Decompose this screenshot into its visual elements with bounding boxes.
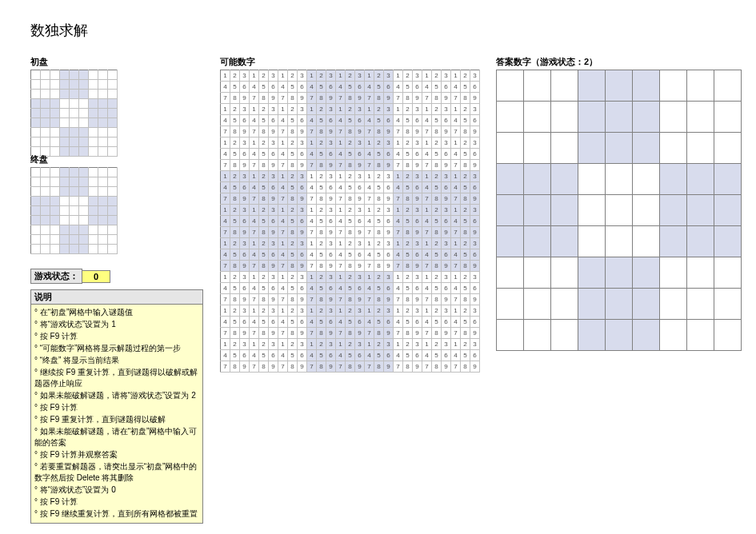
sudoku-cell[interactable] — [108, 99, 118, 109]
sudoku-cell — [41, 216, 50, 225]
sudoku-cell[interactable] — [50, 80, 60, 90]
sudoku-cell[interactable] — [108, 70, 118, 80]
sudoku-cell[interactable] — [70, 99, 79, 109]
candidate-cell: 8 — [230, 93, 240, 104]
sudoku-cell[interactable] — [70, 90, 79, 99]
sudoku-cell[interactable] — [79, 90, 89, 99]
sudoku-cell[interactable] — [108, 80, 118, 90]
candidate-cell: 8 — [317, 261, 326, 272]
sudoku-cell[interactable] — [98, 137, 108, 147]
candidate-cell: 2 — [259, 339, 269, 350]
sudoku-cell[interactable] — [31, 99, 41, 109]
candidate-cell: 1 — [250, 305, 259, 317]
sudoku-cell[interactable] — [60, 137, 70, 147]
candidate-cell: 2 — [374, 305, 384, 317]
sudoku-cell[interactable] — [79, 118, 89, 128]
sudoku-cell[interactable] — [98, 80, 108, 90]
sudoku-cell[interactable] — [79, 99, 89, 109]
sudoku-cell[interactable] — [89, 70, 98, 80]
sudoku-cell[interactable] — [50, 99, 60, 109]
sudoku-cell[interactable] — [50, 70, 60, 80]
candidate-cell: 8 — [403, 328, 413, 339]
sudoku-cell[interactable] — [98, 128, 108, 137]
sudoku-cell[interactable] — [108, 90, 118, 99]
sudoku-cell[interactable] — [60, 118, 70, 128]
candidate-cell: 4 — [307, 283, 317, 294]
sudoku-cell[interactable] — [98, 70, 108, 80]
sudoku-cell[interactable] — [31, 90, 41, 99]
sudoku-cell[interactable] — [98, 99, 108, 109]
candidate-cell: 6 — [413, 115, 422, 126]
sudoku-cell[interactable] — [79, 109, 89, 118]
sudoku-cell[interactable] — [50, 128, 60, 137]
sudoku-cell[interactable] — [41, 109, 50, 118]
sudoku-cell[interactable] — [89, 80, 98, 90]
sudoku-cell[interactable] — [41, 99, 50, 109]
candidate-cell: 7 — [278, 294, 288, 305]
sudoku-cell[interactable] — [108, 137, 118, 147]
sudoku-cell[interactable] — [108, 109, 118, 118]
sudoku-cell[interactable] — [70, 70, 79, 80]
sudoku-cell[interactable] — [60, 128, 70, 137]
sudoku-cell[interactable] — [70, 128, 79, 137]
game-status-value[interactable]: 0 — [82, 270, 110, 283]
sudoku-cell[interactable] — [41, 118, 50, 128]
sudoku-cell[interactable] — [70, 109, 79, 118]
sudoku-cell[interactable] — [98, 109, 108, 118]
sudoku-cell[interactable] — [89, 137, 98, 147]
sudoku-cell[interactable] — [98, 118, 108, 128]
sudoku-cell[interactable] — [70, 118, 79, 128]
sudoku-cell[interactable] — [31, 118, 41, 128]
sudoku-cell[interactable] — [98, 90, 108, 99]
sudoku-cell[interactable] — [41, 137, 50, 147]
candidate-cell: 2 — [259, 272, 269, 283]
sudoku-cell[interactable] — [41, 90, 50, 99]
sudoku-cell[interactable] — [50, 90, 60, 99]
sudoku-cell[interactable] — [89, 109, 98, 118]
candidate-cell: 1 — [365, 70, 374, 82]
sudoku-cell[interactable] — [79, 128, 89, 137]
sudoku-cell[interactable] — [31, 80, 41, 90]
candidate-cell: 8 — [374, 261, 384, 272]
sudoku-cell[interactable] — [50, 137, 60, 147]
sudoku-cell[interactable] — [79, 137, 89, 147]
candidate-cell: 3 — [470, 137, 480, 149]
sudoku-cell[interactable] — [41, 80, 50, 90]
sudoku-cell[interactable] — [31, 109, 41, 118]
sudoku-cell[interactable] — [60, 80, 70, 90]
sudoku-cell[interactable] — [31, 70, 41, 80]
sudoku-cell[interactable] — [108, 118, 118, 128]
sudoku-cell[interactable] — [60, 70, 70, 80]
sudoku-cell[interactable] — [50, 109, 60, 118]
sudoku-cell[interactable] — [41, 70, 50, 80]
sudoku-cell[interactable] — [31, 137, 41, 147]
sudoku-cell[interactable] — [108, 128, 118, 137]
candidate-cell: 4 — [365, 82, 374, 93]
answer-cell — [714, 289, 742, 320]
sudoku-cell[interactable] — [41, 128, 50, 137]
sudoku-cell[interactable] — [60, 99, 70, 109]
candidate-cell: 3 — [269, 272, 278, 283]
sudoku-cell[interactable] — [79, 70, 89, 80]
sudoku-cell[interactable] — [89, 90, 98, 99]
candidate-cell: 2 — [403, 339, 413, 350]
sudoku-cell[interactable] — [70, 137, 79, 147]
sudoku-cell[interactable] — [50, 118, 60, 128]
answer-cell — [551, 133, 578, 164]
candidate-cell: 5 — [230, 82, 240, 93]
sudoku-cell[interactable] — [79, 80, 89, 90]
sudoku-cell[interactable] — [60, 90, 70, 99]
sudoku-cell — [50, 216, 60, 225]
sudoku-cell — [89, 197, 98, 206]
sudoku-cell[interactable] — [60, 109, 70, 118]
sudoku-cell[interactable] — [70, 80, 79, 90]
sudoku-cell[interactable] — [31, 128, 41, 137]
sudoku-cell[interactable] — [89, 118, 98, 128]
answer-cell — [660, 195, 687, 226]
initial-board-grid[interactable] — [30, 70, 118, 157]
sudoku-cell[interactable] — [89, 99, 98, 109]
candidate-cell: 8 — [374, 193, 384, 205]
candidate-cell: 7 — [307, 261, 317, 272]
sudoku-cell[interactable] — [89, 128, 98, 137]
candidate-cell: 6 — [442, 283, 451, 294]
